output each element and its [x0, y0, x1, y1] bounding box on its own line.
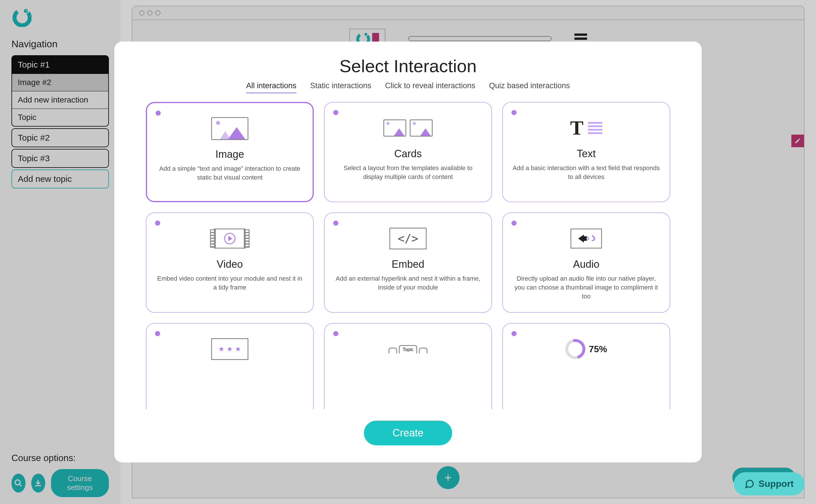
cards-scroll[interactable]: ImageAdd a simple "text and image" inter…	[126, 102, 690, 409]
card-indicator-dot	[156, 111, 161, 116]
tab-quiz-based[interactable]: Quiz based interactions	[489, 81, 570, 93]
interaction-card-tabs[interactable]: Topic	[324, 323, 492, 409]
card-indicator-dot	[333, 110, 338, 115]
card-indicator-dot	[155, 331, 160, 336]
card-title: Embed	[392, 258, 424, 270]
card-indicator-dot	[333, 221, 338, 226]
tab-all-interactions[interactable]: All interactions	[246, 81, 296, 93]
modal-tabs: All interactions Static interactions Cli…	[126, 81, 690, 93]
card-title: Text	[577, 148, 596, 160]
card-indicator-dot	[333, 331, 338, 336]
audio-icon	[563, 226, 609, 251]
card-indicator-dot	[512, 221, 517, 226]
cards-icon	[385, 115, 431, 141]
select-interaction-modal: Select Interaction All interactions Stat…	[114, 42, 702, 462]
tab-static-interactions[interactable]: Static interactions	[310, 81, 371, 93]
interaction-card-text[interactable]: TTextAdd a basic interaction with a text…	[502, 102, 670, 202]
card-title: Image	[215, 148, 244, 160]
card-indicator-dot	[155, 221, 160, 226]
card-description: Directly upload an audio file into our n…	[512, 274, 661, 301]
card-title: Audio	[573, 258, 599, 270]
interaction-card-cards[interactable]: CardsSelect a layout from the templates …	[324, 102, 492, 202]
card-description: Add a basic interaction with a text fiel…	[512, 164, 661, 182]
video-icon	[207, 226, 253, 251]
interaction-card-donut[interactable]: 75%	[502, 323, 670, 409]
interaction-card-video[interactable]: VideoEmbed video content into your modul…	[146, 212, 314, 313]
support-widget[interactable]: Support	[734, 472, 805, 495]
card-indicator-dot	[512, 331, 517, 336]
card-description: Select a layout from the templates avail…	[333, 164, 483, 182]
card-description: Embed video content into your module and…	[155, 274, 304, 292]
card-title: Video	[217, 258, 243, 270]
interaction-card-audio[interactable]: AudioDirectly upload an audio file into …	[502, 212, 670, 313]
card-description: Add a simple "text and image" interactio…	[156, 164, 304, 182]
modal-title: Select Interaction	[126, 56, 690, 76]
tabs-icon: Topic	[385, 336, 431, 362]
create-button[interactable]: Create	[364, 421, 452, 445]
interaction-card-stars[interactable]: ★ ★ ★	[146, 323, 314, 409]
card-title: Cards	[394, 148, 422, 160]
embed-icon: </>	[385, 226, 431, 251]
support-label: Support	[758, 479, 794, 489]
interaction-card-embed[interactable]: </>EmbedAdd an external hyperlink and ne…	[324, 212, 492, 313]
card-indicator-dot	[512, 110, 517, 115]
text-icon: T	[563, 115, 609, 141]
image-icon	[207, 116, 253, 141]
interaction-card-image[interactable]: ImageAdd a simple "text and image" inter…	[146, 102, 314, 202]
card-description: Add an external hyperlink and nest it wi…	[333, 274, 483, 292]
donut-icon: 75%	[563, 336, 609, 362]
tab-click-to-reveal[interactable]: Click to reveal interactions	[385, 81, 475, 93]
stars-icon: ★ ★ ★	[207, 336, 253, 362]
